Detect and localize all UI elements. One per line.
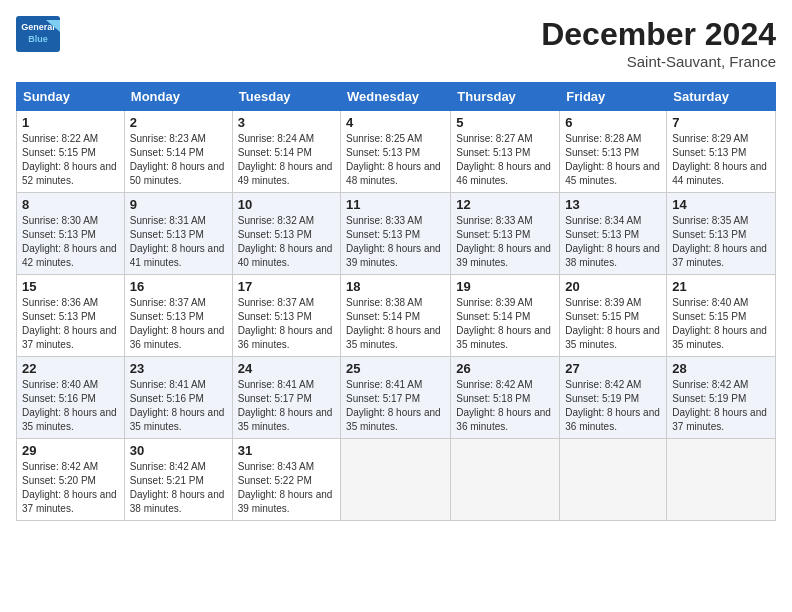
day-number: 10: [238, 197, 335, 212]
day-info: Sunrise: 8:42 AMSunset: 5:18 PMDaylight:…: [456, 378, 554, 434]
calendar-week-row: 8Sunrise: 8:30 AMSunset: 5:13 PMDaylight…: [17, 193, 776, 275]
calendar-cell: 4Sunrise: 8:25 AMSunset: 5:13 PMDaylight…: [341, 111, 451, 193]
calendar-cell: 5Sunrise: 8:27 AMSunset: 5:13 PMDaylight…: [451, 111, 560, 193]
day-info: Sunrise: 8:24 AMSunset: 5:14 PMDaylight:…: [238, 132, 335, 188]
calendar-cell: 8Sunrise: 8:30 AMSunset: 5:13 PMDaylight…: [17, 193, 125, 275]
day-number: 7: [672, 115, 770, 130]
day-info: Sunrise: 8:37 AMSunset: 5:13 PMDaylight:…: [238, 296, 335, 352]
day-info: Sunrise: 8:35 AMSunset: 5:13 PMDaylight:…: [672, 214, 770, 270]
calendar-cell: 16Sunrise: 8:37 AMSunset: 5:13 PMDayligh…: [124, 275, 232, 357]
calendar-cell: [451, 439, 560, 521]
day-number: 5: [456, 115, 554, 130]
day-info: Sunrise: 8:43 AMSunset: 5:22 PMDaylight:…: [238, 460, 335, 516]
calendar-cell: 14Sunrise: 8:35 AMSunset: 5:13 PMDayligh…: [667, 193, 776, 275]
calendar-table: SundayMondayTuesdayWednesdayThursdayFrid…: [16, 82, 776, 521]
day-number: 22: [22, 361, 119, 376]
day-number: 19: [456, 279, 554, 294]
day-info: Sunrise: 8:39 AMSunset: 5:14 PMDaylight:…: [456, 296, 554, 352]
day-number: 15: [22, 279, 119, 294]
svg-text:General: General: [21, 22, 55, 32]
day-info: Sunrise: 8:41 AMSunset: 5:17 PMDaylight:…: [346, 378, 445, 434]
calendar-cell: 27Sunrise: 8:42 AMSunset: 5:19 PMDayligh…: [560, 357, 667, 439]
day-info: Sunrise: 8:42 AMSunset: 5:20 PMDaylight:…: [22, 460, 119, 516]
day-number: 26: [456, 361, 554, 376]
calendar-cell: 30Sunrise: 8:42 AMSunset: 5:21 PMDayligh…: [124, 439, 232, 521]
calendar-cell: 7Sunrise: 8:29 AMSunset: 5:13 PMDaylight…: [667, 111, 776, 193]
day-number: 21: [672, 279, 770, 294]
day-number: 8: [22, 197, 119, 212]
weekday-header-saturday: Saturday: [667, 83, 776, 111]
day-number: 13: [565, 197, 661, 212]
day-info: Sunrise: 8:41 AMSunset: 5:16 PMDaylight:…: [130, 378, 227, 434]
calendar-cell: [341, 439, 451, 521]
svg-text:Blue: Blue: [28, 34, 48, 44]
weekday-header-monday: Monday: [124, 83, 232, 111]
calendar-cell: 15Sunrise: 8:36 AMSunset: 5:13 PMDayligh…: [17, 275, 125, 357]
weekday-header-thursday: Thursday: [451, 83, 560, 111]
day-info: Sunrise: 8:38 AMSunset: 5:14 PMDaylight:…: [346, 296, 445, 352]
day-number: 23: [130, 361, 227, 376]
day-info: Sunrise: 8:40 AMSunset: 5:15 PMDaylight:…: [672, 296, 770, 352]
calendar-cell: 24Sunrise: 8:41 AMSunset: 5:17 PMDayligh…: [232, 357, 340, 439]
day-info: Sunrise: 8:42 AMSunset: 5:19 PMDaylight:…: [565, 378, 661, 434]
day-number: 31: [238, 443, 335, 458]
day-number: 12: [456, 197, 554, 212]
day-info: Sunrise: 8:41 AMSunset: 5:17 PMDaylight:…: [238, 378, 335, 434]
weekday-header-sunday: Sunday: [17, 83, 125, 111]
day-info: Sunrise: 8:33 AMSunset: 5:13 PMDaylight:…: [346, 214, 445, 270]
day-number: 18: [346, 279, 445, 294]
day-number: 25: [346, 361, 445, 376]
calendar-cell: [667, 439, 776, 521]
day-info: Sunrise: 8:33 AMSunset: 5:13 PMDaylight:…: [456, 214, 554, 270]
month-year: December 2024: [541, 16, 776, 53]
day-number: 24: [238, 361, 335, 376]
calendar-cell: 3Sunrise: 8:24 AMSunset: 5:14 PMDaylight…: [232, 111, 340, 193]
day-info: Sunrise: 8:29 AMSunset: 5:13 PMDaylight:…: [672, 132, 770, 188]
day-info: Sunrise: 8:40 AMSunset: 5:16 PMDaylight:…: [22, 378, 119, 434]
logo: General Blue: [16, 16, 64, 52]
calendar-cell: 11Sunrise: 8:33 AMSunset: 5:13 PMDayligh…: [341, 193, 451, 275]
weekday-header-friday: Friday: [560, 83, 667, 111]
calendar-cell: 2Sunrise: 8:23 AMSunset: 5:14 PMDaylight…: [124, 111, 232, 193]
calendar-week-row: 22Sunrise: 8:40 AMSunset: 5:16 PMDayligh…: [17, 357, 776, 439]
day-info: Sunrise: 8:36 AMSunset: 5:13 PMDaylight:…: [22, 296, 119, 352]
weekday-header-tuesday: Tuesday: [232, 83, 340, 111]
calendar-week-row: 29Sunrise: 8:42 AMSunset: 5:20 PMDayligh…: [17, 439, 776, 521]
calendar-cell: 17Sunrise: 8:37 AMSunset: 5:13 PMDayligh…: [232, 275, 340, 357]
day-number: 30: [130, 443, 227, 458]
day-info: Sunrise: 8:23 AMSunset: 5:14 PMDaylight:…: [130, 132, 227, 188]
logo-icon: General Blue: [16, 16, 60, 52]
calendar-cell: 22Sunrise: 8:40 AMSunset: 5:16 PMDayligh…: [17, 357, 125, 439]
day-info: Sunrise: 8:37 AMSunset: 5:13 PMDaylight:…: [130, 296, 227, 352]
calendar-cell: 26Sunrise: 8:42 AMSunset: 5:18 PMDayligh…: [451, 357, 560, 439]
weekday-header-wednesday: Wednesday: [341, 83, 451, 111]
day-info: Sunrise: 8:31 AMSunset: 5:13 PMDaylight:…: [130, 214, 227, 270]
calendar-cell: 9Sunrise: 8:31 AMSunset: 5:13 PMDaylight…: [124, 193, 232, 275]
calendar-cell: 19Sunrise: 8:39 AMSunset: 5:14 PMDayligh…: [451, 275, 560, 357]
calendar-cell: 13Sunrise: 8:34 AMSunset: 5:13 PMDayligh…: [560, 193, 667, 275]
weekday-header-row: SundayMondayTuesdayWednesdayThursdayFrid…: [17, 83, 776, 111]
day-number: 9: [130, 197, 227, 212]
day-info: Sunrise: 8:39 AMSunset: 5:15 PMDaylight:…: [565, 296, 661, 352]
day-info: Sunrise: 8:22 AMSunset: 5:15 PMDaylight:…: [22, 132, 119, 188]
calendar-cell: [560, 439, 667, 521]
calendar-cell: 6Sunrise: 8:28 AMSunset: 5:13 PMDaylight…: [560, 111, 667, 193]
day-number: 17: [238, 279, 335, 294]
calendar-cell: 21Sunrise: 8:40 AMSunset: 5:15 PMDayligh…: [667, 275, 776, 357]
day-number: 27: [565, 361, 661, 376]
calendar-cell: 28Sunrise: 8:42 AMSunset: 5:19 PMDayligh…: [667, 357, 776, 439]
calendar-cell: 10Sunrise: 8:32 AMSunset: 5:13 PMDayligh…: [232, 193, 340, 275]
day-number: 2: [130, 115, 227, 130]
calendar-week-row: 15Sunrise: 8:36 AMSunset: 5:13 PMDayligh…: [17, 275, 776, 357]
calendar-cell: 12Sunrise: 8:33 AMSunset: 5:13 PMDayligh…: [451, 193, 560, 275]
day-number: 6: [565, 115, 661, 130]
calendar-week-row: 1Sunrise: 8:22 AMSunset: 5:15 PMDaylight…: [17, 111, 776, 193]
calendar-cell: 29Sunrise: 8:42 AMSunset: 5:20 PMDayligh…: [17, 439, 125, 521]
day-info: Sunrise: 8:25 AMSunset: 5:13 PMDaylight:…: [346, 132, 445, 188]
day-number: 14: [672, 197, 770, 212]
day-number: 29: [22, 443, 119, 458]
day-info: Sunrise: 8:27 AMSunset: 5:13 PMDaylight:…: [456, 132, 554, 188]
day-info: Sunrise: 8:32 AMSunset: 5:13 PMDaylight:…: [238, 214, 335, 270]
day-info: Sunrise: 8:30 AMSunset: 5:13 PMDaylight:…: [22, 214, 119, 270]
calendar-cell: 23Sunrise: 8:41 AMSunset: 5:16 PMDayligh…: [124, 357, 232, 439]
